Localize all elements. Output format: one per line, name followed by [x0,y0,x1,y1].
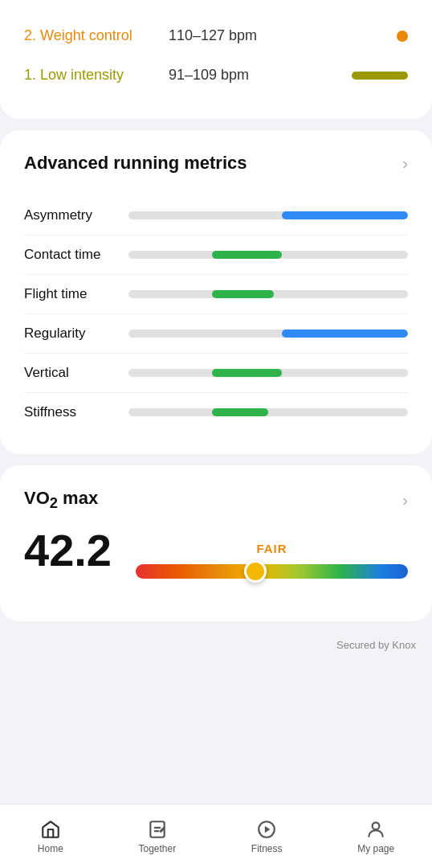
metric-regularity-label: Regularity [24,326,128,342]
zone1-indicator [352,72,408,80]
metric-stiffness-row: Stiffness [24,393,408,432]
metric-asymmetry-row: Asymmetry [24,196,408,235]
together-icon [147,819,168,840]
metric-flight-time-bar [212,290,274,298]
zone-low-intensity: 1. Low intensity 91–109 bpm [24,55,408,95]
metrics-section-header[interactable]: Advanced running metrics › [24,153,408,174]
zone1-label: 1. Low intensity [24,67,169,84]
vo2-title: VO2 max [24,488,98,512]
vo2-section: VO2 max › 42.2 FAIR [0,465,432,621]
zone2-bpm: 110–127 bpm [169,27,397,44]
metric-vertical-row: Vertical [24,354,408,393]
nav-fitness-label: Fitness [251,843,283,854]
vo2-sub: 2 [50,494,58,511]
metric-stiffness-bar-container [128,408,408,416]
nav-together[interactable]: Together [138,819,176,854]
zones-section: 2. Weight control 110–127 bpm 1. Low int… [0,0,432,119]
vo2-value: 42.2 [24,528,112,573]
metric-regularity-bar-container [128,330,408,338]
metric-contact-time-row: Contact time [24,235,408,275]
metric-contact-time-label: Contact time [24,247,128,263]
zone1-bpm: 91–109 bpm [169,67,352,84]
metric-flight-time-row: Flight time [24,275,408,314]
svg-marker-5 [265,825,271,833]
vo2-chevron-icon[interactable]: › [402,491,408,510]
svg-point-6 [373,822,380,829]
metric-flight-time-bar-container [128,290,408,298]
knox-banner: Secured by Knox [0,633,432,654]
metric-regularity-bar [282,330,408,338]
home-icon [40,819,61,840]
metric-asymmetry-bar [282,211,408,219]
nav-fitness[interactable]: Fitness [251,819,283,854]
vo2-gauge-area: FAIR [136,542,408,579]
nav-together-label: Together [138,843,176,854]
nav-home-label: Home [38,843,63,854]
metric-vertical-bar [212,369,282,377]
metric-contact-time-bar-container [128,251,408,259]
vo2-thumb [244,560,267,583]
advanced-metrics-section: Advanced running metrics › Asymmetry Con… [0,130,432,454]
vo2-fair-label: FAIR [256,542,287,555]
metric-stiffness-label: Stiffness [24,404,128,420]
metric-flight-time-label: Flight time [24,286,128,302]
nav-mypage-label: My page [357,843,394,854]
metric-contact-time-bar [212,251,282,259]
bottom-nav: Home Together Fitness My page [0,804,432,868]
zone2-label: 2. Weight control [24,27,169,44]
zone2-indicator [397,31,408,42]
metric-vertical-label: Vertical [24,365,128,381]
nav-home[interactable]: Home [38,819,63,854]
vo2-header[interactable]: VO2 max › [24,488,408,512]
mypage-icon [365,819,386,840]
fitness-icon [256,819,277,840]
nav-mypage[interactable]: My page [357,819,394,854]
metric-asymmetry-bar-container [128,211,408,219]
metric-vertical-bar-container [128,369,408,377]
metric-stiffness-bar [212,408,268,416]
zone-weight-control: 2. Weight control 110–127 bpm [24,16,408,55]
metrics-chevron-icon[interactable]: › [402,154,408,173]
vo2-gauge-track [136,564,408,579]
metric-asymmetry-label: Asymmetry [24,207,128,223]
metric-regularity-row: Regularity [24,314,408,354]
metrics-section-title: Advanced running metrics [24,153,247,174]
